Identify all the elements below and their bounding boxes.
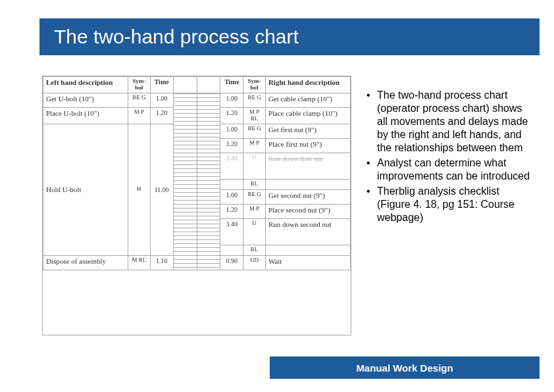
right-sym: RE G: [243, 124, 266, 138]
right-desc: Run down first nut: [265, 153, 350, 179]
right-sym: RE G: [243, 189, 266, 204]
footer-bar: Manual Work Design: [270, 356, 540, 379]
footer-text: Manual Work Design: [356, 362, 453, 374]
list-item: The two-hand process chart (operator pro…: [365, 89, 533, 155]
th-right-desc: Right hand description: [265, 77, 350, 93]
right-sym: M P: [243, 138, 266, 153]
tally-marks-right: [197, 93, 220, 270]
tally-marks-left: [174, 93, 197, 270]
th-right-time: Time: [220, 77, 243, 93]
right-desc: Place second nut (9"): [265, 204, 350, 218]
left-sym: M P: [128, 107, 151, 124]
process-chart: Left hand description Sym-bol Time Time …: [42, 76, 351, 335]
right-time: 1.00: [220, 189, 243, 204]
list-item: Therblig analysis checklist (Figure 4. 1…: [365, 185, 533, 224]
left-desc: Place U-bolt (10"): [43, 107, 128, 124]
right-desc: Get cable clamp (10"): [265, 93, 350, 107]
right-desc: Place first nut (9"): [265, 138, 350, 153]
right-desc: Get first nut (9"): [265, 124, 350, 138]
right-time: 0.90: [220, 255, 243, 270]
left-desc: Hold U-bolt: [43, 124, 128, 255]
right-desc: Wait: [265, 255, 350, 270]
list-item: Analyst can determine what improvements …: [365, 157, 533, 183]
title-bar: The two-hand process chart: [39, 18, 540, 55]
bullet-list: The two-hand process chart (operator pro…: [365, 89, 533, 226]
right-sym: M P: [243, 204, 266, 218]
right-time: 1.20: [220, 204, 243, 218]
right-sym: U: [243, 153, 266, 179]
right-sym: UD: [243, 255, 266, 270]
th-tally-r: [197, 77, 220, 93]
right-sym: M P RL: [243, 107, 266, 124]
left-time: 11.00: [150, 124, 173, 255]
right-time: 3.40: [220, 218, 243, 245]
th-left-sym: Sym-bol: [128, 77, 151, 93]
right-time: 1.00: [220, 124, 243, 138]
left-desc: Dispose of assembly: [43, 255, 128, 270]
th-right-sym: Sym-bol: [243, 77, 266, 93]
right-time: 1.20: [220, 138, 243, 153]
right-desc: [265, 245, 350, 255]
left-time: 1.00: [150, 93, 173, 107]
right-sym: RL: [243, 245, 266, 255]
right-time: [220, 179, 243, 189]
left-time: 1.10: [150, 255, 173, 270]
right-time: 3.40: [220, 153, 243, 179]
two-hand-chart-table: Left hand description Sym-bol Time Time …: [43, 76, 351, 270]
right-sym: RE G: [243, 93, 266, 107]
table-row: Get U-bolt (10") RE G 1.00 1.00 RE G Get…: [43, 93, 351, 107]
left-sym: RE G: [128, 93, 151, 107]
right-sym: U: [243, 218, 266, 245]
right-desc: [265, 179, 350, 189]
right-time: 1.00: [220, 93, 243, 107]
right-desc: Run down second nut: [265, 218, 350, 245]
left-time: 1.20: [150, 107, 173, 124]
title-text: The two-hand process chart: [54, 26, 299, 48]
th-tally-l: [173, 77, 197, 93]
right-time: 1.20: [220, 107, 243, 124]
right-desc: Get second nut (9"): [265, 189, 350, 204]
left-desc: Get U-bolt (10"): [43, 93, 128, 107]
th-left-desc: Left hand description: [43, 77, 128, 93]
right-desc: Place cable clamp (10"): [265, 107, 350, 124]
left-sym: M RL: [128, 255, 151, 270]
right-time: [220, 245, 243, 255]
right-sym: RL: [243, 179, 266, 189]
left-sym: H: [128, 124, 151, 255]
th-left-time: Time: [150, 77, 173, 93]
